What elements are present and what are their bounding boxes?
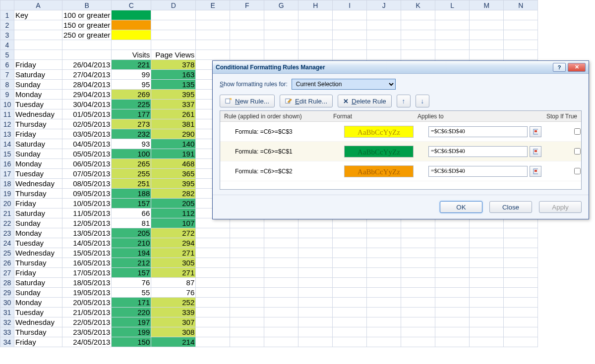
cell[interactable] (401, 50, 435, 60)
cell-B24[interactable]: 14/05/2013 (62, 238, 112, 248)
cell[interactable] (504, 308, 538, 317)
cell[interactable] (196, 238, 230, 248)
cell[interactable] (196, 327, 230, 337)
cell-A15[interactable]: Sunday (14, 149, 62, 159)
cell[interactable] (298, 317, 333, 327)
cell-B34[interactable]: 24/05/2013 (62, 337, 112, 347)
cell[interactable] (367, 20, 401, 30)
cell[interactable] (230, 258, 264, 268)
cell[interactable] (333, 258, 367, 268)
row-header-6[interactable]: 6 (0, 60, 14, 70)
cell[interactable] (230, 327, 264, 337)
cell[interactable] (401, 268, 435, 278)
cell[interactable] (333, 248, 367, 258)
cell-D25[interactable]: 271 (151, 248, 196, 258)
cell[interactable] (367, 317, 401, 327)
cell[interactable] (470, 288, 504, 298)
col-header-G[interactable]: G (264, 0, 298, 10)
cell-C23[interactable]: 205 (112, 228, 151, 238)
cell[interactable] (401, 218, 435, 228)
cell[interactable] (367, 228, 401, 238)
row-header-23[interactable]: 23 (0, 228, 14, 238)
col-header-K[interactable]: K (401, 0, 435, 10)
cell[interactable] (435, 317, 470, 327)
cell[interactable] (264, 327, 298, 337)
cell[interactable] (230, 337, 264, 347)
cell[interactable] (504, 337, 538, 347)
cell[interactable] (470, 20, 504, 30)
cell[interactable] (298, 40, 333, 50)
cell[interactable] (435, 248, 470, 258)
cell[interactable] (504, 30, 538, 40)
cell[interactable] (264, 337, 298, 347)
cell[interactable] (435, 20, 470, 30)
cell[interactable] (230, 317, 264, 327)
edit-rule-button[interactable]: Edit Rule... (280, 95, 333, 107)
cell[interactable] (333, 317, 367, 327)
cell[interactable] (230, 50, 264, 60)
row-header-15[interactable]: 15 (0, 149, 14, 159)
cell-B31[interactable]: 21/05/2013 (62, 308, 112, 317)
cell[interactable] (298, 278, 333, 288)
cell-B20[interactable]: 10/05/2013 (62, 199, 112, 208)
cell-D9[interactable]: 395 (151, 90, 196, 100)
cell-A32[interactable]: Wednesday (14, 317, 62, 327)
cell[interactable] (504, 317, 538, 327)
cell[interactable] (504, 327, 538, 337)
cell[interactable] (367, 258, 401, 268)
cell-B32[interactable]: 22/05/2013 (62, 317, 112, 327)
cell-B25[interactable]: 15/05/2013 (62, 248, 112, 258)
cell[interactable] (264, 308, 298, 317)
cell[interactable] (367, 218, 401, 228)
row-header-4[interactable]: 4 (0, 40, 14, 50)
cell[interactable] (196, 10, 230, 20)
cell[interactable] (230, 248, 264, 258)
cell[interactable] (435, 288, 470, 298)
cell-B7[interactable]: 27/04/2013 (62, 70, 112, 80)
cell[interactable] (230, 288, 264, 298)
cell-D34[interactable]: 214 (151, 337, 196, 347)
range-selector-button[interactable] (530, 126, 541, 137)
cell[interactable] (435, 10, 470, 20)
cell[interactable] (401, 327, 435, 337)
cell[interactable] (196, 20, 230, 30)
row-header-19[interactable]: 19 (0, 189, 14, 199)
cell[interactable] (230, 20, 264, 30)
cell-B9[interactable]: 29/04/2013 (62, 90, 112, 100)
ok-button[interactable]: OK (440, 201, 482, 213)
cell-A18[interactable]: Wednesday (14, 179, 62, 189)
rule-row[interactable]: Formula: =C6>=$C$3AaBbCcYyZz (220, 122, 581, 142)
row-header-8[interactable]: 8 (0, 80, 14, 90)
cell[interactable] (504, 278, 538, 288)
cell[interactable] (470, 218, 504, 228)
cell-B17[interactable]: 07/05/2013 (62, 169, 112, 179)
col-header-M[interactable]: M (470, 0, 504, 10)
cell[interactable] (435, 30, 470, 40)
cell[interactable] (367, 40, 401, 50)
cell[interactable] (230, 40, 264, 50)
cell-C21[interactable]: 66 (112, 208, 151, 218)
cell-C30[interactable]: 171 (112, 298, 151, 308)
cell[interactable] (401, 278, 435, 288)
cell[interactable] (504, 268, 538, 278)
cell-A28[interactable]: Saturday (14, 278, 62, 288)
cell[interactable] (196, 258, 230, 268)
cell[interactable] (470, 50, 504, 60)
col-header-L[interactable]: L (435, 0, 470, 10)
cell[interactable] (401, 238, 435, 248)
cell[interactable] (504, 50, 538, 60)
cell[interactable] (298, 288, 333, 298)
cell[interactable] (333, 337, 367, 347)
cell-D30[interactable]: 252 (151, 298, 196, 308)
cell[interactable] (264, 20, 298, 30)
cell-B29[interactable]: 19/05/2013 (62, 288, 112, 298)
cell-D21[interactable]: 112 (151, 208, 196, 218)
help-button[interactable]: ? (553, 63, 566, 72)
cell-A11[interactable]: Wednesday (14, 109, 62, 119)
cell-A25[interactable]: Wednesday (14, 248, 62, 258)
cell-D1[interactable] (151, 10, 196, 20)
cell-D27[interactable]: 271 (151, 268, 196, 278)
cell-C15[interactable]: 100 (112, 149, 151, 159)
row-header-9[interactable]: 9 (0, 90, 14, 100)
cell-D24[interactable]: 294 (151, 238, 196, 248)
